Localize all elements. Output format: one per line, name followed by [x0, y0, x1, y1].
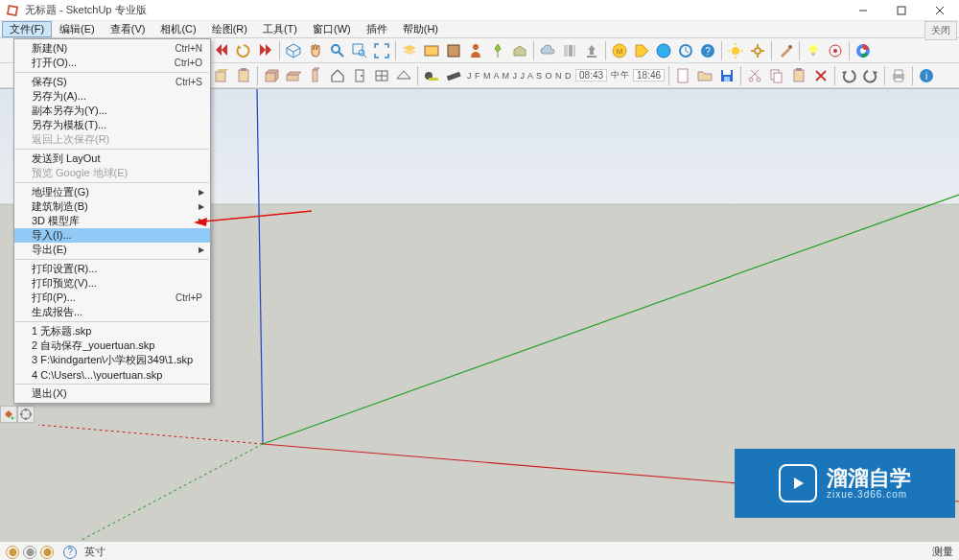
slab-icon[interactable]: [283, 65, 304, 86]
menu-file[interactable]: 文件(F): [2, 21, 52, 37]
redo-icon[interactable]: [860, 65, 881, 86]
copy-icon[interactable]: [766, 65, 787, 86]
menu-help[interactable]: 帮助(H): [395, 21, 446, 37]
zoom-extents-icon[interactable]: [371, 40, 392, 61]
menu-printsetup[interactable]: 打印设置(R)...: [14, 262, 210, 276]
chrome-icon[interactable]: [853, 40, 874, 61]
zoom-window-icon[interactable]: [349, 40, 370, 61]
save-icon[interactable]: [716, 65, 737, 86]
rewind-icon[interactable]: [211, 40, 232, 61]
cut-icon[interactable]: [744, 65, 765, 86]
globe-icon[interactable]: [653, 40, 674, 61]
component-icon[interactable]: [443, 40, 464, 61]
menu-view[interactable]: 查看(V): [103, 21, 153, 37]
close-button[interactable]: [921, 0, 959, 21]
coin-icon[interactable]: M: [609, 40, 630, 61]
menu-print[interactable]: 打印(P)...Ctrl+P: [14, 291, 210, 305]
layers-icon[interactable]: [399, 40, 420, 61]
menu-edit[interactable]: 编辑(E): [52, 21, 103, 37]
tape-icon[interactable]: [421, 65, 442, 86]
menu-saveas[interactable]: 另存为(A)...: [14, 89, 210, 104]
box-icon[interactable]: [261, 65, 282, 86]
menu-new[interactable]: 新建(N)Ctrl+N: [14, 41, 210, 56]
menu-recent-1[interactable]: 1 无标题.skp: [14, 324, 210, 338]
menu-3dwarehouse[interactable]: 3D 模型库▶: [14, 214, 210, 228]
menu-save[interactable]: 保存(S)Ctrl+S: [14, 75, 210, 89]
menu-open[interactable]: 打开(O)...Ctrl+O: [14, 56, 210, 70]
column-icon[interactable]: [305, 65, 326, 86]
status-help-icon[interactable]: ?: [63, 546, 77, 559]
forward-icon[interactable]: [255, 40, 276, 61]
menu-draw[interactable]: 绘图(R): [204, 21, 255, 37]
hand-icon[interactable]: [305, 40, 326, 61]
status-circle-1[interactable]: ⬤: [6, 546, 19, 559]
print-icon[interactable]: [888, 65, 909, 86]
roof-icon[interactable]: [393, 65, 414, 86]
menu-recent-3[interactable]: 3 F:\kindgarten\小学校园349\1.skp: [14, 353, 210, 367]
watermark-sub: zixue.3d66.com: [827, 489, 911, 500]
menu-camera[interactable]: 相机(C): [152, 21, 203, 37]
menu-recent-4[interactable]: 4 C:\Users\...\youertuan.skp: [14, 367, 210, 382]
menu-printpreview[interactable]: 打印预览(V)...: [14, 276, 210, 291]
window-icon[interactable]: [371, 65, 392, 86]
settings-icon[interactable]: [747, 40, 768, 61]
menu-exit[interactable]: 退出(X): [14, 386, 210, 401]
iso-icon[interactable]: [283, 40, 304, 61]
refresh2-icon[interactable]: [675, 40, 696, 61]
open-icon[interactable]: [694, 65, 715, 86]
status-circle-3[interactable]: ⬤: [40, 546, 54, 559]
svg-point-13: [473, 44, 479, 50]
menu-export[interactable]: 导出(E)▶: [14, 243, 210, 257]
zoom-icon[interactable]: [327, 40, 348, 61]
paint-bucket-icon[interactable]: [0, 406, 17, 423]
status-bar: ⬤ ⬤ ⬤ ? 英寸 测量: [0, 541, 959, 560]
delete-icon[interactable]: [810, 65, 831, 86]
house-icon[interactable]: [327, 65, 348, 86]
bulb-icon[interactable]: [803, 40, 824, 61]
watermark: 溜溜自学 zixue.3d66.com: [735, 449, 955, 518]
svg-rect-66: [796, 68, 802, 71]
ruler-icon[interactable]: [443, 65, 464, 86]
eyedropper-icon[interactable]: [17, 406, 35, 423]
left-toolbar: [0, 406, 35, 423]
svg-line-78: [263, 195, 959, 444]
person-icon[interactable]: [465, 40, 486, 61]
menu-tools[interactable]: 工具(T): [255, 21, 305, 37]
upload-icon[interactable]: [581, 40, 602, 61]
menu-recent-2[interactable]: 2 自动保存_youertuan.skp: [14, 338, 210, 353]
sun-icon[interactable]: [725, 40, 746, 61]
menu-savetemplate[interactable]: 另存为模板(T)...: [14, 118, 210, 132]
target-icon[interactable]: [825, 40, 846, 61]
menu-window[interactable]: 窗口(W): [305, 21, 359, 37]
library-icon[interactable]: [559, 40, 580, 61]
pushpin-icon[interactable]: [487, 40, 508, 61]
menu-sendlayout[interactable]: 发送到 LayOut: [14, 152, 210, 166]
new-icon[interactable]: [672, 65, 693, 86]
paste-icon[interactable]: [233, 65, 254, 86]
menu-plugins[interactable]: 插件: [359, 21, 395, 37]
minimize-button[interactable]: [844, 0, 882, 21]
model-icon[interactable]: [509, 40, 530, 61]
maximize-button[interactable]: [882, 0, 921, 21]
measure-label: 测量: [932, 545, 953, 559]
menu-report[interactable]: 生成报告...: [14, 305, 210, 319]
menu-building[interactable]: 建筑制造(B)▶: [14, 199, 210, 214]
status-circle-2[interactable]: ⬤: [23, 546, 36, 559]
svg-rect-15: [569, 45, 573, 57]
box-back-icon[interactable]: [211, 65, 232, 86]
info-icon[interactable]: i: [916, 65, 937, 86]
outliner-icon[interactable]: [421, 40, 442, 61]
paint-icon[interactable]: [775, 40, 796, 61]
door-icon[interactable]: [349, 65, 370, 86]
tag-icon[interactable]: [631, 40, 652, 61]
undo-icon[interactable]: [838, 65, 859, 86]
menu-import[interactable]: 导入(I)...: [14, 228, 210, 243]
help-icon[interactable]: ?: [697, 40, 718, 61]
menu-geolocation[interactable]: 地理位置(G)▶: [14, 185, 210, 199]
paste2-icon[interactable]: [788, 65, 809, 86]
menu-savecopy[interactable]: 副本另存为(Y)...: [14, 104, 210, 118]
svg-line-10: [363, 55, 366, 58]
svg-rect-1: [9, 6, 16, 13]
refresh-icon[interactable]: [233, 40, 254, 61]
cloud-icon[interactable]: [537, 40, 558, 61]
